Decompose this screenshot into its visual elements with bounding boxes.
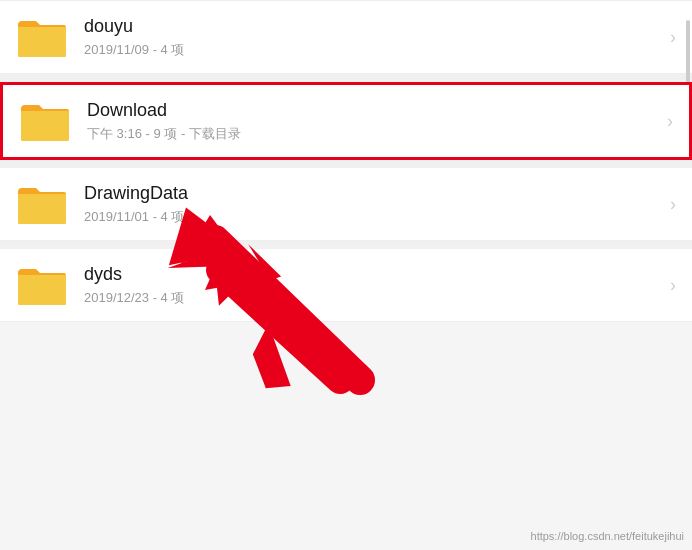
folder-meta-dyds: 2019/12/23 - 4 项 bbox=[84, 289, 662, 307]
watermark: https://blog.csdn.net/feitukejihui bbox=[531, 530, 684, 542]
folder-name-drawingdata: DrawingData bbox=[84, 183, 662, 204]
folder-info-douyu: douyu 2019/11/09 - 4 项 bbox=[84, 16, 662, 59]
folder-icon-drawingdata bbox=[16, 182, 68, 226]
chevron-icon-dyds: › bbox=[670, 275, 676, 296]
folder-icon-download bbox=[19, 99, 71, 143]
folder-info-dyds: dyds 2019/12/23 - 4 项 bbox=[84, 264, 662, 307]
folder-name-douyu: douyu bbox=[84, 16, 662, 37]
folder-item-drawingdata[interactable]: DrawingData 2019/11/01 - 4 项 › bbox=[0, 168, 692, 241]
chevron-icon-douyu: › bbox=[670, 27, 676, 48]
folder-meta-download: 下午 3:16 - 9 项 - 下载目录 bbox=[87, 125, 659, 143]
folder-item-dyds[interactable]: dyds 2019/12/23 - 4 项 › bbox=[0, 249, 692, 322]
folder-name-dyds: dyds bbox=[84, 264, 662, 285]
folder-meta-drawingdata: 2019/11/01 - 4 项 bbox=[84, 208, 662, 226]
folder-item-download[interactable]: Download 下午 3:16 - 9 项 - 下载目录 › bbox=[0, 82, 692, 160]
folder-info-download: Download 下午 3:16 - 9 项 - 下载目录 bbox=[87, 100, 659, 143]
folder-icon-douyu bbox=[16, 15, 68, 59]
folder-list: douyu 2019/11/09 - 4 项 › Download 下午 3:1… bbox=[0, 0, 692, 322]
chevron-icon-drawingdata: › bbox=[670, 194, 676, 215]
folder-item-douyu[interactable]: douyu 2019/11/09 - 4 项 › bbox=[0, 0, 692, 74]
divider-1 bbox=[0, 74, 692, 82]
folder-meta-douyu: 2019/11/09 - 4 项 bbox=[84, 41, 662, 59]
divider-3 bbox=[0, 241, 692, 249]
folder-name-download: Download bbox=[87, 100, 659, 121]
folder-info-drawingdata: DrawingData 2019/11/01 - 4 项 bbox=[84, 183, 662, 226]
divider-2 bbox=[0, 160, 692, 168]
chevron-icon-download: › bbox=[667, 111, 673, 132]
folder-icon-dyds bbox=[16, 263, 68, 307]
